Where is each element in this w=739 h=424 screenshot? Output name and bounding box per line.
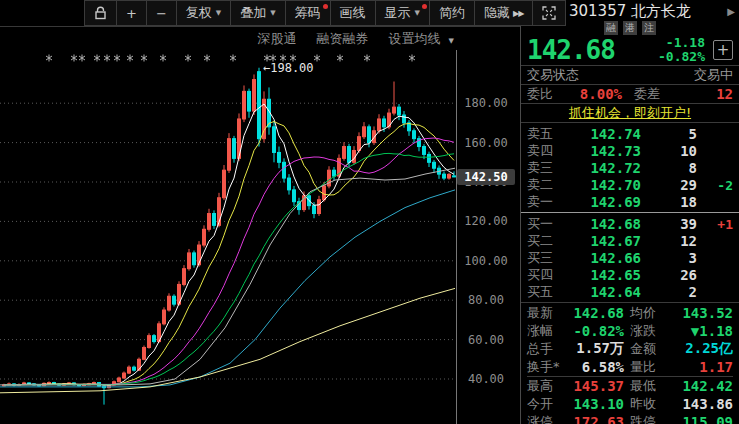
level-label: 买三 (527, 249, 563, 267)
badge-rong: 融 (604, 21, 618, 35)
bid-row[interactable]: 买五142.642 (527, 283, 733, 300)
fullscreen-button[interactable] (533, 0, 566, 26)
notification-dot (422, 4, 427, 9)
level-label: 卖五 (527, 125, 563, 143)
stat-value: 1.57万 (571, 340, 630, 358)
button-label: 显示 (385, 4, 411, 22)
level-price: 142.74 (563, 126, 641, 142)
stat-value: 142.68 (571, 305, 630, 321)
notification-dot (323, 4, 328, 9)
stat-value: 6.58% (571, 359, 630, 375)
stat-value: -0.82% (571, 323, 630, 339)
stat-row: 换手*6.58%量比1.17 (527, 358, 733, 376)
toolbar-button-huaxian[interactable]: 画线 (331, 0, 376, 26)
stat-value: 115.09 (674, 414, 733, 424)
toolbar-button-yincang[interactable]: 隐藏▶▶ (475, 0, 533, 26)
stat-label: 均价 (630, 304, 674, 322)
level-volume: 10 (641, 143, 697, 159)
toolbar-button-jianyue[interactable]: 简约 (430, 0, 475, 26)
change-percent: -0.82% (658, 49, 705, 64)
open-account-link[interactable]: 抓住机会，即刻开户! (569, 104, 691, 122)
stat-value: 1.17 (674, 359, 733, 375)
level-price: 142.69 (563, 194, 641, 210)
stock-trading-terminal: 180.00160.00140.00120.00100.0080.0060.00… (0, 0, 739, 424)
badge-zhu: 注 (642, 21, 656, 35)
level-label: 卖四 (527, 142, 563, 160)
y-axis-tick: 60.00 (458, 333, 514, 347)
trade-status-row: 交易状态 交易中 (521, 65, 739, 84)
level-delta: -2 (697, 178, 733, 193)
level-price: 142.73 (563, 143, 641, 159)
level-volume: 2 (641, 284, 697, 300)
kline-chart-area[interactable]: 180.00160.00140.00120.00100.0080.0060.00… (0, 0, 520, 424)
level-price: 142.65 (563, 267, 641, 283)
stat-label: 跌停 (630, 413, 674, 424)
ask-row[interactable]: 卖一142.6918 (527, 193, 733, 210)
toolbar-button-diejia[interactable]: 叠加▼ (231, 0, 285, 26)
stat-row: 总手1.57万金额2.25亿 (527, 340, 733, 358)
price-change: -1.18 -0.82% (658, 36, 705, 64)
stat-value: 145.37 (571, 378, 630, 394)
zoom-out-button[interactable]: − (147, 0, 177, 26)
status-value: 交易中 (694, 66, 733, 84)
y-axis-tick: 40.00 (458, 372, 514, 386)
toolbar-button-xianshi[interactable]: 显示▼ (376, 0, 430, 26)
stock-name: 北方长龙 (631, 2, 691, 20)
y-axis-tick: 120.00 (458, 214, 514, 228)
stat-label: 涨幅 (527, 322, 571, 340)
toolbar-button-fuquan[interactable]: 复权▼ (177, 0, 231, 26)
stat-label: 最新 (527, 304, 571, 322)
level-volume: 39 (641, 216, 697, 232)
ask-row[interactable]: 卖四142.7310 (527, 142, 733, 159)
stat-label: 金额 (630, 340, 674, 358)
stat-label: 总手 (527, 340, 571, 358)
ask-row[interactable]: 卖二142.7029-2 (527, 176, 733, 193)
toolbar-button-chouma[interactable]: 筹码 (286, 0, 331, 26)
level-label: 买一 (527, 215, 563, 233)
button-label: 画线 (340, 4, 366, 22)
zoom-in-button[interactable]: + (117, 0, 147, 26)
level-label: 卖二 (527, 176, 563, 194)
bid-row[interactable]: 买四142.6526 (527, 266, 733, 283)
stat-value: ▼1.18 (674, 323, 733, 339)
status-label: 交易状态 (527, 66, 579, 84)
level-price: 142.67 (563, 233, 641, 249)
stat-row: 最高145.37最低142.42 (527, 376, 733, 395)
stat-row: 最新142.68均价143.52 (527, 304, 733, 322)
button-label: 叠加 (240, 4, 266, 22)
stat-row: 涨幅-0.82%涨跌▼1.18 (527, 322, 733, 340)
double-chevron-right-icon: ▶▶ (513, 9, 523, 18)
weibi-row: 委比 8.00% 委差 12 (521, 84, 739, 103)
next-stock-arrow[interactable]: ▶ (723, 6, 735, 17)
caret-down-icon: ▼ (415, 9, 420, 17)
level-volume: 12 (641, 233, 697, 249)
level-price: 142.72 (563, 160, 641, 176)
level-label: 卖三 (527, 159, 563, 177)
stat-value: 143.10 (571, 396, 630, 412)
link-rongzirongquan[interactable]: 融资融券 (316, 30, 368, 48)
level-volume: 3 (641, 250, 697, 266)
ask-row[interactable]: 卖五142.745 (527, 125, 733, 142)
weibi-label: 委比 (527, 85, 567, 103)
link-shengutong[interactable]: 深股通 (257, 30, 296, 48)
bid-row[interactable]: 买二142.6712 (527, 232, 733, 249)
link-set-ma[interactable]: 设置均线 ▼ (388, 30, 454, 48)
bid-row[interactable]: 买三142.663 (527, 249, 733, 266)
button-label: 复权 (186, 4, 212, 22)
level-price: 142.64 (563, 284, 641, 300)
stat-row: 今开143.10昨收143.86 (527, 395, 733, 413)
caret-down-icon: ▼ (449, 37, 454, 45)
caret-down-icon: ▼ (216, 9, 221, 17)
level-delta: +1 (697, 217, 733, 232)
stat-label: 最高 (527, 377, 571, 395)
bid-row[interactable]: 买一142.6839+1 (527, 215, 733, 232)
add-to-watchlist-button[interactable]: + (713, 40, 733, 60)
ask-row[interactable]: 卖三142.728 (527, 159, 733, 176)
kline-chart-canvas[interactable] (0, 0, 520, 424)
lock-button[interactable] (84, 0, 117, 26)
price-row: 142.68 -1.18 -0.82% + (521, 35, 739, 65)
level-volume: 29 (641, 177, 697, 193)
stat-value: 2.25亿 (674, 340, 733, 358)
stock-code: 301357 (569, 2, 626, 20)
link-label: 设置均线 (388, 31, 440, 46)
